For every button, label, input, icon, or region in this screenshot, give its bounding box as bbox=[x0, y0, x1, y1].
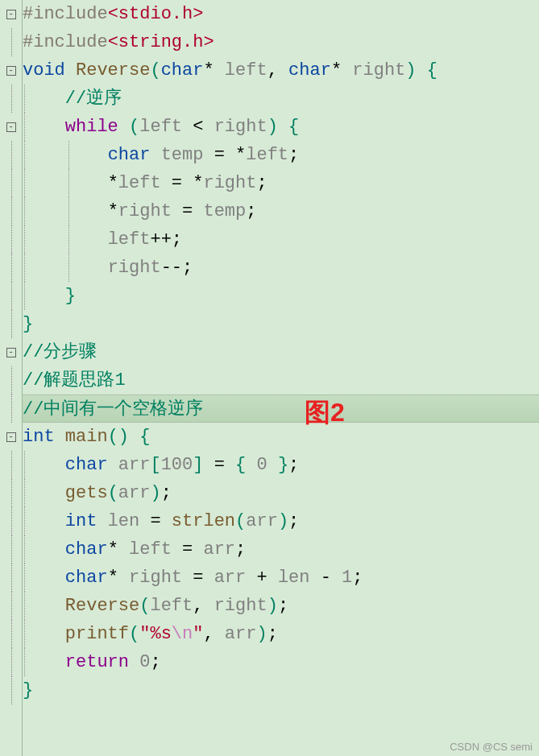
gutter-cell bbox=[0, 395, 22, 423]
gutter-cell bbox=[0, 85, 22, 113]
code-line: char* left = arr; bbox=[23, 535, 539, 564]
gutter-cell bbox=[0, 169, 22, 197]
code-line: while (left < right) { bbox=[23, 113, 539, 141]
code-line: left++; bbox=[23, 225, 539, 254]
code-line: //分步骤 bbox=[23, 338, 539, 366]
token bbox=[23, 455, 65, 475]
token: ; bbox=[161, 483, 172, 503]
code-line: char temp = *left; bbox=[23, 141, 539, 169]
token: temp bbox=[161, 145, 204, 165]
token: ( bbox=[129, 117, 139, 137]
token: arr bbox=[225, 624, 257, 644]
token: main bbox=[65, 427, 108, 447]
token: len bbox=[278, 568, 310, 588]
gutter-cell bbox=[0, 451, 22, 479]
token bbox=[118, 539, 129, 560]
fold-minus-icon[interactable]: - bbox=[6, 348, 16, 357]
token bbox=[23, 286, 65, 306]
token: Reverse bbox=[65, 596, 139, 616]
token: right bbox=[108, 258, 161, 278]
token: ; bbox=[288, 145, 299, 165]
fold-minus-icon[interactable]: - bbox=[6, 10, 16, 19]
token bbox=[97, 511, 107, 531]
token bbox=[55, 427, 65, 447]
token: ; bbox=[288, 511, 299, 531]
token: char bbox=[65, 455, 108, 475]
token: = bbox=[214, 455, 225, 475]
token: while bbox=[65, 117, 118, 137]
token: arr bbox=[203, 539, 235, 560]
token: ; bbox=[150, 652, 160, 672]
token: ) bbox=[278, 511, 288, 531]
gutter-cell: - bbox=[0, 338, 22, 366]
token: , bbox=[267, 60, 288, 81]
fold-minus-icon[interactable]: - bbox=[6, 432, 16, 442]
code-line: void Reverse(char* left, char* right) { bbox=[23, 56, 539, 85]
token bbox=[23, 624, 65, 644]
token: } bbox=[23, 314, 33, 334]
token bbox=[23, 145, 108, 165]
token: ( bbox=[139, 596, 150, 616]
code-area: #include<stdio.h>#include<string.h>void … bbox=[23, 0, 539, 756]
token bbox=[331, 568, 342, 588]
code-line: Reverse(left, right); bbox=[23, 592, 539, 620]
token: arr bbox=[118, 483, 151, 503]
token bbox=[108, 455, 118, 475]
gutter-cell bbox=[0, 564, 22, 592]
code-line: //逆序 bbox=[23, 85, 539, 113]
token bbox=[278, 117, 288, 137]
token: ; bbox=[246, 201, 256, 221]
token bbox=[203, 145, 214, 165]
token: gets bbox=[65, 483, 108, 503]
token bbox=[23, 117, 65, 137]
token: <string.h> bbox=[108, 32, 214, 52]
token: = bbox=[172, 173, 182, 193]
token: arr bbox=[118, 455, 151, 475]
token bbox=[118, 568, 129, 588]
gutter-cell bbox=[0, 620, 22, 648]
code-line: } bbox=[23, 310, 539, 338]
code-line: int len = strlen(arr); bbox=[23, 507, 539, 535]
token: " bbox=[193, 624, 203, 644]
token: ; bbox=[172, 229, 182, 250]
token bbox=[23, 229, 108, 250]
token: #include bbox=[23, 4, 108, 24]
watermark: CSDN @CS semi bbox=[450, 741, 533, 753]
token: 1 bbox=[342, 568, 352, 588]
gutter-cell bbox=[0, 225, 22, 254]
gutter-cell bbox=[0, 507, 22, 535]
token: return bbox=[65, 652, 129, 672]
token: } bbox=[23, 680, 33, 700]
token: -- bbox=[161, 258, 182, 278]
gutter-cell bbox=[0, 366, 22, 395]
gutter-cell bbox=[0, 197, 22, 225]
token: //解题思路1 bbox=[23, 370, 126, 390]
token bbox=[203, 568, 214, 588]
token bbox=[225, 455, 235, 475]
token: } bbox=[65, 286, 76, 306]
code-line: char* right = arr + len - 1; bbox=[23, 564, 539, 592]
token: arr bbox=[214, 568, 247, 588]
code-line: #include<stdio.h> bbox=[23, 0, 539, 28]
fold-minus-icon[interactable]: - bbox=[6, 66, 16, 76]
gutter-cell bbox=[0, 592, 22, 620]
token bbox=[23, 596, 65, 616]
token bbox=[225, 145, 235, 165]
token: left bbox=[118, 173, 161, 193]
gutter-cell: - bbox=[0, 56, 22, 85]
token bbox=[182, 173, 193, 193]
gutter-cell bbox=[0, 254, 22, 282]
token bbox=[182, 117, 193, 137]
fold-minus-icon[interactable]: - bbox=[6, 122, 16, 132]
token: 0 bbox=[139, 652, 150, 672]
token: left bbox=[246, 145, 288, 165]
code-line: } bbox=[23, 282, 539, 310]
token bbox=[23, 483, 65, 503]
token bbox=[23, 173, 108, 193]
token: * bbox=[193, 173, 203, 193]
token bbox=[417, 60, 427, 81]
token: * bbox=[108, 201, 118, 221]
token: = bbox=[150, 511, 160, 531]
token bbox=[172, 201, 182, 221]
token bbox=[182, 568, 193, 588]
